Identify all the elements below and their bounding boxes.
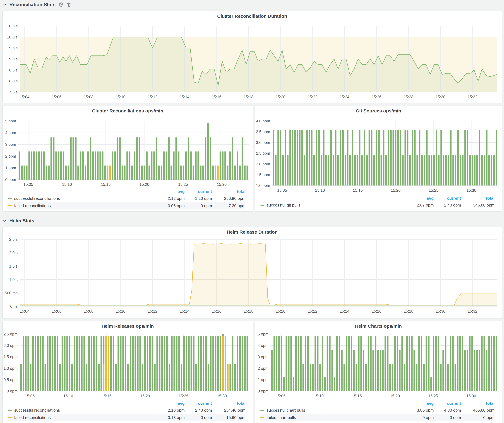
legend-avg: 3.85 opm (407, 408, 434, 413)
svg-text:9.0 s: 9.0 s (9, 57, 18, 61)
svg-text:4 opm: 4 opm (5, 130, 16, 135)
svg-text:15:15: 15:15 (101, 182, 111, 187)
svg-text:15:12: 15:12 (148, 95, 157, 99)
svg-text:15:15: 15:15 (102, 394, 112, 398)
chart-cluster-reconciliations-opm[interactable]: 5 opm4 opm3 opm2 opm1 opm0 opm15:0515:10… (3, 106, 252, 187)
svg-text:15:10: 15:10 (63, 394, 73, 398)
panel-title[interactable]: Cluster Reconciliations ops/min (3, 108, 253, 113)
svg-text:1.0 s: 1.0 s (9, 277, 18, 282)
legend-header-avg[interactable]: avg (157, 401, 185, 406)
legend-header-total[interactable]: total (461, 196, 494, 201)
legend-header-avg[interactable]: avg (407, 196, 434, 201)
legend-header: avg current total (7, 400, 246, 407)
legend-label[interactable]: successful reconciliations (14, 196, 157, 201)
svg-text:15:32: 15:32 (468, 309, 478, 313)
row-title[interactable]: Helm Stats (9, 218, 34, 224)
svg-text:3 opm: 3 opm (5, 142, 16, 147)
svg-text:0 opm: 0 opm (258, 389, 269, 393)
legend-total: 465.60 opm (461, 408, 494, 413)
svg-text:15:15: 15:15 (352, 394, 362, 398)
legend-header-current[interactable]: current (185, 189, 212, 194)
svg-text:15:10: 15:10 (62, 182, 72, 187)
legend-total: 0 opm (461, 415, 494, 420)
chart-helm-releases-opm[interactable]: 2.5 opm2.0 opm1.5 opm1.0 opm0.5 opm0 opm… (3, 321, 252, 398)
svg-text:8.5 s: 8.5 s (9, 68, 18, 72)
svg-text:15:06: 15:06 (52, 95, 61, 99)
svg-text:10.0 s: 10.0 s (7, 35, 18, 39)
legend-row: successful reconciliations 2.10 opm 2.40… (7, 407, 246, 414)
svg-text:15:32: 15:32 (468, 95, 478, 99)
panel-git-sources-opm: 4.0 opm3.5 opm3.0 opm2.5 opm2.0 opm1.5 o… (255, 106, 502, 212)
svg-text:15:18: 15:18 (244, 95, 253, 99)
svg-text:15:04: 15:04 (20, 309, 30, 313)
chart-cluster-reconciliation-duration[interactable]: 10.5 s10.0 s9.5 s9.0 s8.5 s8.0 s7.5 s15:… (3, 11, 501, 103)
svg-text:2.0 s: 2.0 s (9, 251, 18, 255)
legend-label[interactable]: successful chart pulls (267, 408, 407, 413)
chart-helm-charts-opm[interactable]: 5 opm4 opm3 opm2 opm1 opm0 opm15:0515:10… (255, 321, 501, 398)
panel-title[interactable]: Cluster Reconciliation Duration (3, 14, 502, 19)
legend-header-avg[interactable]: avg (157, 189, 185, 194)
legend-header-current[interactable]: current (434, 196, 461, 201)
panel-helm-charts-opm: 5 opm4 opm3 opm2 opm1 opm0 opm15:0515:10… (255, 321, 502, 423)
legend-current: 0 opm (185, 415, 212, 420)
legend-header: avg current total (260, 400, 494, 407)
svg-text:15:04: 15:04 (20, 95, 30, 99)
panel-cluster-reconciliations-opm: 5 opm4 opm3 opm2 opm1 opm0 opm15:0515:10… (2, 106, 253, 212)
panel-title[interactable]: Helm Charts ops/min (255, 323, 502, 329)
chevron-down-icon[interactable] (3, 3, 6, 6)
legend-header-current[interactable]: current (185, 401, 212, 406)
row-header-helm-stats: Helm Stats (3, 217, 34, 225)
svg-text:15:26: 15:26 (372, 309, 382, 313)
svg-text:15:08: 15:08 (84, 309, 94, 313)
panel-title[interactable]: Helm Releases ops/min (3, 323, 253, 329)
row-header-reconciliation-stats: Reconciliation Stats (3, 1, 71, 8)
svg-text:15:20: 15:20 (390, 394, 400, 398)
legend-label[interactable]: successful git pulls (267, 203, 407, 208)
legend-label[interactable]: failed reconciliations (14, 415, 157, 420)
svg-text:1 opm: 1 opm (258, 377, 269, 382)
panel-title[interactable]: Git Sources ops/min (255, 108, 502, 113)
svg-text:3.5 opm: 3.5 opm (256, 129, 270, 134)
gear-icon[interactable] (58, 2, 64, 7)
svg-text:15:06: 15:06 (52, 309, 61, 313)
trash-icon[interactable] (66, 2, 71, 7)
svg-text:15:20: 15:20 (139, 182, 149, 187)
svg-text:2 opm: 2 opm (258, 366, 269, 370)
svg-text:5 opm: 5 opm (258, 332, 269, 336)
svg-text:15:05: 15:05 (277, 188, 287, 192)
legend-label[interactable]: failed reconciliations (14, 203, 157, 208)
chevron-down-icon[interactable] (3, 219, 6, 223)
svg-text:15:30: 15:30 (466, 394, 476, 398)
legend-row: failed reconciliations 0.13 opm 0 opm 15… (7, 414, 246, 421)
panel-title[interactable]: Helm Release Duration (3, 229, 502, 235)
row-title[interactable]: Reconciliation Stats (9, 2, 55, 7)
series-dash (8, 410, 12, 411)
legend-row: successful chart pulls 3.85 opm 4.80 opm… (260, 407, 494, 414)
chart-git-sources-opm[interactable]: 4.0 opm3.5 opm3.0 opm2.5 opm2.0 opm1.5 o… (255, 106, 501, 192)
svg-text:0 opm: 0 opm (5, 177, 16, 182)
chart-helm-release-duration[interactable]: 2.5 s2.0 s1.5 s1.0 s500 ms0 ns15:0415:06… (3, 227, 501, 318)
svg-text:15:25: 15:25 (428, 394, 438, 398)
svg-text:1.5 opm: 1.5 opm (256, 173, 270, 177)
legend-label[interactable]: failed chart pulls (267, 415, 407, 420)
legend-total: 256.80 opm (212, 196, 246, 201)
legend-header-avg[interactable]: avg (407, 401, 434, 406)
svg-text:15:30: 15:30 (436, 95, 445, 99)
legend-header: avg current total (260, 195, 494, 201)
svg-text:15:18: 15:18 (244, 309, 253, 313)
legend-header-current[interactable]: current (434, 401, 461, 406)
svg-text:15:20: 15:20 (276, 309, 286, 313)
legend-header-total[interactable]: total (461, 401, 494, 406)
panel-helm-releases-opm: 2.5 opm2.0 opm1.5 opm1.0 opm0.5 opm0 opm… (2, 321, 253, 423)
svg-text:15:10: 15:10 (116, 95, 126, 99)
legend-label[interactable]: successful reconciliations (14, 408, 157, 413)
svg-text:15:16: 15:16 (212, 95, 222, 99)
svg-text:15:08: 15:08 (84, 95, 94, 99)
legend-avg: 0.13 opm (157, 415, 185, 420)
panel-cluster-reconciliation-duration: 10.5 s10.0 s9.5 s9.0 s8.5 s8.0 s7.5 s15:… (2, 11, 502, 103)
legend-avg: 0.06 opm (157, 203, 185, 208)
svg-text:4 opm: 4 opm (258, 343, 269, 348)
legend-header-total[interactable]: total (212, 401, 246, 406)
legend-header-total[interactable]: total (212, 189, 246, 194)
svg-text:15:30: 15:30 (436, 309, 445, 313)
